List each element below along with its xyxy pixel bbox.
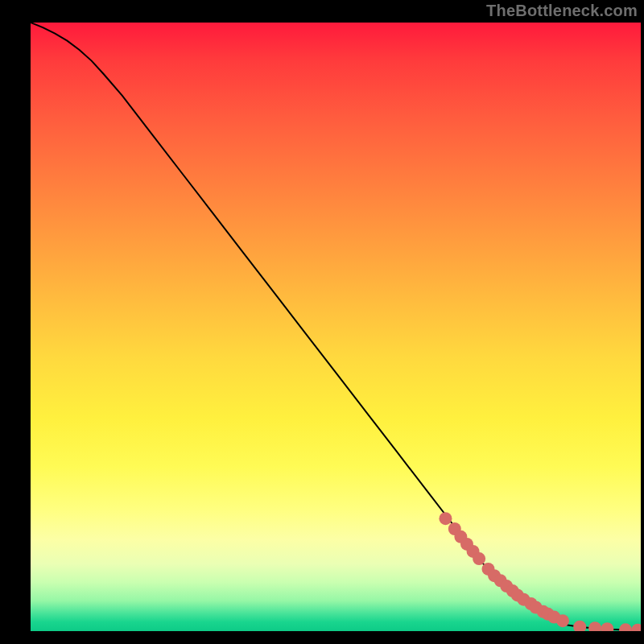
plot-background-gradient [31,23,641,631]
attribution-label: TheBottleneck.com [486,2,638,20]
chart-stage: TheBottleneck.com [0,0,644,644]
